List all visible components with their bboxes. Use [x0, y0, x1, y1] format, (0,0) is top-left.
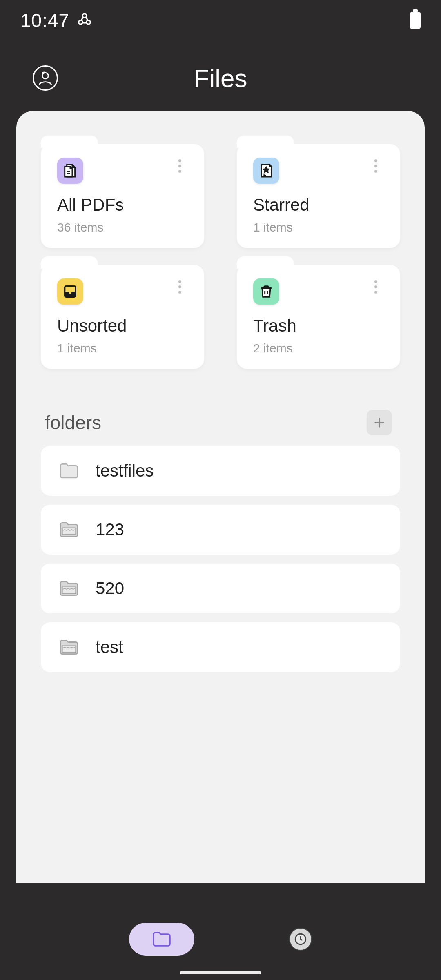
folder-name: test	[96, 637, 123, 657]
folder-name: 123	[96, 520, 124, 539]
folder-name: 520	[96, 579, 124, 598]
card-subtitle: 1 items	[253, 220, 384, 234]
card-all-pdfs[interactable]: All PDFs 36 items	[41, 144, 204, 248]
folder-row[interactable]: 520	[41, 564, 400, 613]
card-subtitle: 36 items	[57, 220, 188, 234]
folder-icon	[59, 521, 79, 539]
card-subtitle: 1 items	[57, 341, 188, 355]
card-title: Unsorted	[57, 316, 188, 336]
bottom-nav	[0, 923, 441, 956]
app-header: Files	[0, 41, 441, 111]
battery-icon	[410, 12, 421, 29]
folders-label: folders	[45, 412, 101, 434]
card-more-button[interactable]	[172, 158, 188, 174]
inbox-icon	[57, 278, 83, 305]
card-more-button[interactable]	[368, 158, 384, 174]
nav-recent-tab[interactable]	[289, 928, 312, 951]
folder-list: testfiles 123 520 test	[41, 446, 400, 672]
page-title: Files	[194, 64, 247, 93]
card-more-button[interactable]	[368, 278, 384, 295]
folder-icon	[59, 579, 79, 597]
clock-icon	[294, 932, 307, 946]
card-title: All PDFs	[57, 195, 188, 215]
trash-icon	[253, 278, 279, 305]
folder-name: testfiles	[96, 461, 154, 481]
card-title: Starred	[253, 195, 384, 215]
nav-files-tab[interactable]	[129, 923, 194, 956]
card-title: Trash	[253, 316, 384, 336]
home-indicator[interactable]	[180, 971, 261, 974]
card-more-button[interactable]	[172, 278, 188, 295]
add-folder-button[interactable]	[367, 410, 392, 435]
starred-icon	[253, 158, 279, 184]
folder-icon	[152, 931, 172, 947]
card-unsorted[interactable]: Unsorted 1 items	[41, 265, 204, 369]
folder-row[interactable]: 123	[41, 505, 400, 555]
avatar[interactable]	[33, 65, 58, 91]
svg-point-1	[79, 20, 83, 24]
pdfs-icon	[57, 158, 83, 184]
folder-icon	[59, 462, 79, 480]
svg-point-2	[87, 20, 91, 24]
folder-icon	[59, 638, 79, 656]
status-bar: 10:47	[0, 0, 441, 41]
main-sheet: All PDFs 36 items Starred 1 items	[16, 111, 425, 883]
card-starred[interactable]: Starred 1 items	[237, 144, 400, 248]
status-clock: 10:47	[20, 9, 69, 31]
category-grid: All PDFs 36 items Starred 1 items	[41, 144, 400, 369]
svg-point-3	[42, 73, 49, 79]
card-trash[interactable]: Trash 2 items	[237, 265, 400, 369]
folders-header: folders	[41, 410, 400, 435]
folder-row[interactable]: test	[41, 622, 400, 672]
folder-row[interactable]: testfiles	[41, 446, 400, 496]
card-subtitle: 2 items	[253, 341, 384, 355]
sync-icon	[77, 12, 92, 29]
